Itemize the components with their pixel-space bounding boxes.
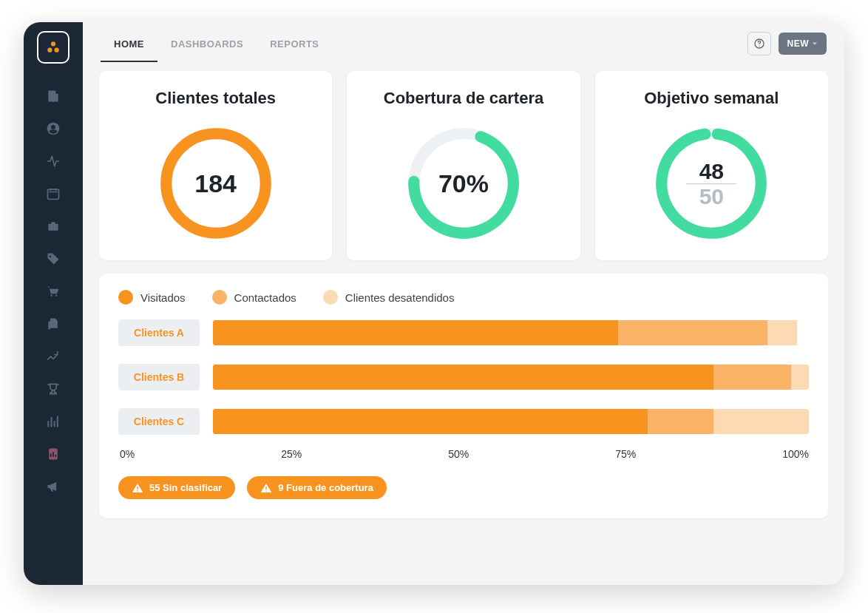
new-button[interactable]: NEW <box>779 33 827 55</box>
bar-segment <box>713 365 791 390</box>
bar-chart-icon[interactable] <box>24 405 83 438</box>
files-icon[interactable] <box>24 308 83 340</box>
gauge-objetivo: 48 50 <box>649 121 773 245</box>
svg-point-0 <box>51 41 55 46</box>
tab-reports[interactable]: REPORTS <box>257 25 332 62</box>
bar-segment <box>618 320 767 345</box>
axis-tick: 75% <box>615 448 636 460</box>
alert-fuera-cobertura[interactable]: 9 Fuera de cobertura <box>247 476 387 499</box>
sidebar <box>24 22 83 585</box>
bar-segment <box>213 409 648 434</box>
gauge-denominator: 50 <box>699 184 724 209</box>
legend-label: Contactados <box>234 291 296 304</box>
bar-segment <box>213 320 618 345</box>
card-title: Clientes totales <box>155 89 276 108</box>
chevron-down-icon <box>812 41 818 47</box>
new-button-label: NEW <box>787 38 810 49</box>
bar-track <box>213 320 809 345</box>
svg-point-1 <box>47 48 52 53</box>
x-axis: 0% 25% 50% 75% 100% <box>118 448 809 460</box>
tag-icon[interactable] <box>24 243 83 275</box>
card-cobertura: Cobertura de cartera 70% <box>347 71 580 260</box>
chart-legend: Visitados Contactados Clientes desatendi… <box>118 290 809 305</box>
axis-tick: 50% <box>448 448 469 460</box>
gauge-value: 184 <box>194 169 237 198</box>
activity-icon[interactable] <box>24 145 83 177</box>
bar-track <box>213 365 809 390</box>
bar-segment <box>767 320 797 345</box>
legend-label: Clientes desatendidos <box>345 291 455 304</box>
bar-row: Clientes A <box>118 319 809 346</box>
clients-breakdown-panel: Visitados Contactados Clientes desatendi… <box>99 274 828 518</box>
card-title: Cobertura de cartera <box>384 89 543 108</box>
axis-tick: 100% <box>782 448 809 460</box>
tab-home[interactable]: HOME <box>101 25 157 62</box>
analytics-icon[interactable] <box>24 340 83 373</box>
main-area: HOME DASHBOARDS REPORTS NEW Clientes <box>83 22 844 585</box>
report-icon[interactable] <box>24 438 83 470</box>
alert-label: 55 Sin clasificar <box>149 482 222 493</box>
gauge-clientes-totales: 184 <box>154 121 278 245</box>
bar-track <box>213 409 809 434</box>
alert-sin-clasificar[interactable]: 55 Sin clasificar <box>118 476 235 499</box>
legend-contactados: Contactados <box>212 290 296 305</box>
bar-segment <box>713 409 809 434</box>
card-title: Objetivo semanal <box>644 89 779 108</box>
app-frame: HOME DASHBOARDS REPORTS NEW Clientes <box>24 22 844 585</box>
gauge-numerator: 48 <box>699 159 724 183</box>
svg-point-2 <box>54 48 58 53</box>
topbar-tabs: HOME DASHBOARDS REPORTS <box>101 25 333 62</box>
bar-category-label: Clientes C <box>118 408 200 435</box>
tab-dashboards[interactable]: DASHBOARDS <box>157 25 257 62</box>
legend-desatendidos: Clientes desatendidos <box>323 290 455 305</box>
topbar: HOME DASHBOARDS REPORTS NEW <box>83 22 844 65</box>
legend-dot-icon <box>323 290 338 305</box>
trophy-icon[interactable] <box>24 373 83 405</box>
bar-category-label: Clientes B <box>118 364 200 390</box>
app-logo[interactable] <box>37 31 69 64</box>
gauge-value: 70% <box>438 169 489 198</box>
axis-tick: 25% <box>281 448 302 460</box>
warning-icon <box>132 483 143 493</box>
calendar-icon[interactable] <box>24 177 83 210</box>
alert-pills: 55 Sin clasificar 9 Fuera de cobertura <box>118 476 809 499</box>
bar-segment <box>213 365 713 390</box>
bar-segment <box>791 365 809 390</box>
bar-row: Clientes C <box>118 408 809 435</box>
bar-segment <box>648 409 713 434</box>
card-clientes-totales: Clientes totales 184 <box>99 71 332 260</box>
warning-icon <box>260 483 272 493</box>
briefcase-icon[interactable] <box>24 210 83 243</box>
kpi-cards: Clientes totales 184 Cobertur <box>99 71 828 260</box>
legend-label: Visitados <box>140 291 186 304</box>
cart-icon[interactable] <box>24 275 83 308</box>
alert-label: 9 Fuera de cobertura <box>278 482 373 493</box>
gauge-cobertura: 70% <box>401 121 526 245</box>
user-circle-icon[interactable] <box>24 112 83 145</box>
content: Clientes totales 184 Cobertur <box>83 65 844 585</box>
card-objetivo-semanal: Objetivo semanal 48 50 <box>595 71 828 260</box>
building-icon[interactable] <box>24 80 83 112</box>
axis-tick: 0% <box>120 448 135 460</box>
legend-dot-icon <box>212 290 227 305</box>
help-button[interactable] <box>747 32 771 55</box>
bar-category-label: Clientes A <box>118 319 200 346</box>
legend-dot-icon <box>118 290 133 305</box>
megaphone-icon[interactable] <box>24 470 83 503</box>
legend-visitados: Visitados <box>118 290 186 305</box>
bar-row: Clientes B <box>118 364 809 390</box>
